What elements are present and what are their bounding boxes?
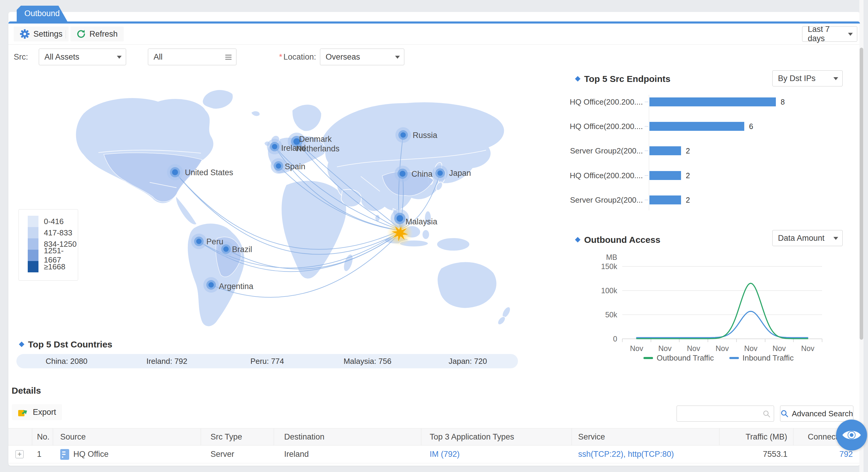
map-legend: 0-416 417-833 834-1250 1251-1667 ≥1668 xyxy=(19,209,78,281)
refresh-icon xyxy=(76,29,86,39)
outbound-dash-icon xyxy=(644,357,653,359)
inbound-traffic-line xyxy=(637,311,808,338)
legend-swatch xyxy=(28,250,38,261)
src-asset-select[interactable]: All Assets xyxy=(39,48,126,65)
map-landmasses xyxy=(76,90,512,327)
refresh-button[interactable]: Refresh xyxy=(70,27,124,41)
details-title: Details xyxy=(12,385,41,396)
bar-tick xyxy=(645,102,648,102)
bar-tick xyxy=(645,175,648,176)
bar-category-label: HQ Office(200.200.... xyxy=(566,122,643,131)
map-label-argentina: Argentina xyxy=(219,282,254,291)
toolbar-divider xyxy=(66,30,66,38)
bar-row: Server Group2(200... 2 xyxy=(566,196,868,204)
map-label-brazil: Brazil xyxy=(232,245,252,254)
export-icon xyxy=(18,407,29,417)
row-source-label: HQ Office xyxy=(73,450,108,459)
x-axis-ticks xyxy=(622,339,822,342)
expand-row-button[interactable]: + xyxy=(16,450,24,458)
map-label-china: China xyxy=(411,170,433,178)
service-link[interactable]: ssh(TCP:22), http(TCP:80) xyxy=(578,450,674,459)
list-icon xyxy=(224,53,232,61)
bar[interactable] xyxy=(649,171,681,180)
map-marker-peru[interactable] xyxy=(191,234,207,249)
bar-value: 8 xyxy=(781,97,785,106)
dst-country-stat: Peru: 774 xyxy=(217,354,317,368)
location-value: Overseas xyxy=(326,53,360,62)
export-button[interactable]: Export xyxy=(12,404,62,420)
legend-swatch xyxy=(28,238,38,250)
map-marker-russia[interactable] xyxy=(395,127,411,143)
top-dst-countries-title: Top 5 Dst Countries xyxy=(28,339,113,349)
outbound-traffic-line xyxy=(637,283,808,339)
location-select[interactable]: Overseas xyxy=(320,48,404,65)
bar-value: 6 xyxy=(749,122,753,131)
search-input[interactable] xyxy=(680,406,761,421)
legend-inbound-traffic[interactable]: Inbound Traffic xyxy=(730,353,794,363)
tab-accent-bar xyxy=(8,22,860,24)
map-marker-argentina[interactable] xyxy=(204,277,219,293)
table-search xyxy=(677,406,774,422)
gear-icon xyxy=(20,29,30,39)
advanced-search-label: Advanced Search xyxy=(792,409,853,418)
map-marker-spain[interactable] xyxy=(271,158,286,174)
search-icon xyxy=(780,409,789,418)
map-marker-china[interactable] xyxy=(395,166,411,182)
legend-label: 417-833 xyxy=(44,228,72,237)
export-label: Export xyxy=(33,408,56,417)
line-chart-legend: Outbound Traffic Inbound Traffic xyxy=(608,353,829,363)
bar-category-label: HQ Office(200.200.... xyxy=(566,171,643,180)
bar[interactable] xyxy=(649,122,744,131)
outbound-access-title: Outbound Access xyxy=(584,235,660,245)
svg-text:Nov: Nov xyxy=(773,344,786,352)
line-chart: NovNov NovNov NovNov Nov xyxy=(608,256,829,364)
legend-label: 0-416 xyxy=(44,217,64,226)
preview-eye-button[interactable] xyxy=(836,419,867,450)
chevron-down-icon xyxy=(833,237,838,240)
toolbar: Settings Refresh Last 7 days xyxy=(8,24,860,45)
legend-label: ≥1668 xyxy=(44,262,65,271)
header-top-3-application-types: Top 3 Application Types xyxy=(421,429,572,445)
connections-link[interactable]: 792 xyxy=(839,450,853,459)
bar-row: HQ Office(200.200.... 8 xyxy=(566,97,868,106)
map-label-denmark: Denmark xyxy=(299,135,332,144)
bar-tick xyxy=(645,200,648,200)
tab-outbound[interactable]: Outbound xyxy=(17,6,67,22)
src-scope-select[interactable]: All xyxy=(148,48,237,65)
dst-country-stat: Malaysia: 756 xyxy=(317,354,417,368)
map-marker-ireland[interactable] xyxy=(267,139,282,154)
row-expand-cell: + xyxy=(8,445,32,463)
header-destination: Destination xyxy=(274,429,421,445)
server-icon xyxy=(60,449,69,460)
bar[interactable] xyxy=(649,146,681,155)
bar-category-label: HQ Office(200.200.... xyxy=(566,97,643,106)
legend-outbound-traffic[interactable]: Outbound Traffic xyxy=(644,353,714,363)
table-header-row: No. Source Src Type Destination Top 3 Ap… xyxy=(8,428,860,445)
legend-swatch xyxy=(28,261,38,272)
advanced-search-button[interactable]: Advanced Search xyxy=(780,406,854,422)
svg-text:Nov: Nov xyxy=(658,344,672,352)
chevron-down-icon xyxy=(117,56,122,59)
row-source: HQ Office xyxy=(53,445,201,463)
top-src-endpoints-title: Top 5 Src Endpoints xyxy=(584,74,670,84)
bar-row: HQ Office(200.200.... 6 xyxy=(566,122,868,131)
legend-swatch xyxy=(28,216,38,227)
data-amount-select[interactable]: Data Amount xyxy=(772,230,843,246)
top-dst-countries-strip: China: 2080 Ireland: 792 Peru: 774 Malay… xyxy=(17,354,518,368)
dst-country-stat: Japan: 720 xyxy=(418,354,518,368)
location-filter-label: *Location: xyxy=(279,53,316,62)
bar[interactable] xyxy=(649,97,776,106)
map-marker-japan[interactable] xyxy=(432,165,448,181)
bar-tick xyxy=(645,150,648,151)
bar[interactable] xyxy=(649,196,681,204)
time-range-select[interactable]: Last 7 days xyxy=(802,26,857,42)
row-src-type: Server xyxy=(201,445,274,463)
top-apps-link[interactable]: IM (792) xyxy=(430,450,460,459)
row-top-apps: IM (792) xyxy=(421,445,572,463)
by-dst-ips-select[interactable]: By Dst IPs xyxy=(772,70,843,87)
table-row: + 1 HQ Office Server Ireland IM (792) ss… xyxy=(8,445,860,463)
scrollbar-thumb[interactable] xyxy=(860,48,863,340)
settings-button[interactable]: Settings xyxy=(14,27,69,41)
refresh-label: Refresh xyxy=(89,30,118,39)
map-marker-united-states[interactable] xyxy=(167,164,183,180)
